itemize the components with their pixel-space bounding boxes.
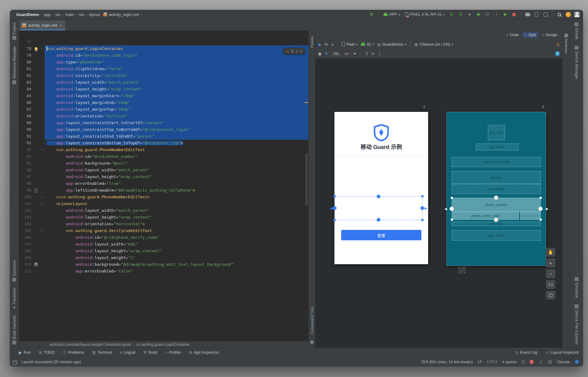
code-line[interactable]: 99 app:leftIconDrawable="@drawable/ic_au… [19,187,308,194]
device-manager-icon[interactable] [533,11,540,17]
attributes-tab[interactable]: Attributes [562,31,570,348]
apply-changes-icon[interactable]: ↻ [458,11,464,17]
theme-name[interactable]: Darcula [557,360,570,364]
apply-code-changes-icon[interactable]: ≡ [466,11,473,17]
fold-marker[interactable] [39,207,45,214]
code-line[interactable]: 106 android:id="@+id/phone_verify_code" [19,234,308,241]
clear-constraints-icon[interactable]: ↝✕ [344,51,350,56]
sidebar-item-project[interactable]: Project [12,22,17,40]
fold-marker[interactable] [39,187,45,194]
blueprint-box-error_tip[interactable]: error_tip [452,222,541,226]
code-line[interactable]: 80 app:type="phoneCode" [19,59,308,66]
pack-icon[interactable]: ⇳ [365,51,368,56]
blueprint-box-app_logo[interactable]: app_logo [488,125,505,140]
code-line[interactable]: 102 android:layout_width="match_parent" [19,207,308,214]
zoom-out-button[interactable]: − [546,269,556,278]
sidebar-item-emulator[interactable]: Emulator [575,277,579,298]
fold-marker[interactable] [39,153,45,160]
code-line[interactable]: 103 android:layout_height="wrap_content" [19,214,308,221]
toolwindow-layout-inspector[interactable]: ▭Layout Inspector [545,350,579,355]
sidebar-item-resource-manager[interactable]: Resource Manager [12,46,17,84]
fold-marker[interactable] [39,120,45,126]
toolwindow-app-inspection[interactable]: ⧉App Inspection [189,350,219,355]
code-line[interactable]: 100∧ </cn.authing.guard.PhoneNumberEditT… [19,194,308,200]
fold-marker[interactable] [39,268,45,275]
blueprint-box-password[interactable]: password [452,184,541,194]
code-editor[interactable]: 7778∨<cn.authing.guard.LoginContainer79 … [19,31,308,341]
resize-handle[interactable] [451,197,453,199]
resize-handle[interactable] [334,219,336,221]
code-line[interactable]: 109 android:layout_weight="1" [19,254,308,261]
fold-marker[interactable] [39,180,45,187]
drawable-phone-icon[interactable] [35,188,37,192]
inspection-widget[interactable]: ⚠ 1 ∧ ∨ [283,48,305,55]
build-hammer-icon[interactable]: ⚒ [368,11,375,17]
api-version-select[interactable]: 32 ▾ [361,42,374,47]
breadcrumb-item[interactable]: layout [88,12,101,17]
sdk-manager-icon[interactable] [542,11,548,17]
warning-stripe-mark[interactable] [305,102,308,103]
fold-marker[interactable] [39,66,45,72]
fold-marker[interactable]: ∨ [39,200,45,207]
debug-icon[interactable]: ✱ [475,11,481,17]
xml-breadcrumb[interactable]: androidx.constraintlayout.widget.Constra… [19,341,308,348]
constraint-anchor[interactable] [333,206,337,210]
autoconnect-icon[interactable]: ✎ [325,51,328,56]
gradle-sync-icon[interactable] [525,11,531,17]
pan-hand-button[interactable]: ✋ [546,248,556,257]
view-mode-design[interactable]: ≡Design [540,32,560,38]
fold-marker[interactable] [39,261,45,268]
sidebar-item-gradle[interactable]: Gradle [575,22,579,40]
toolwindow-logcat[interactable]: ≡Logcat [120,350,136,355]
palette-tab[interactable]: Palette [310,34,314,50]
toolwindow-run[interactable]: ▶Run [19,350,31,355]
fold-marker[interactable] [39,39,45,45]
code-line[interactable]: 92 app:layout_constraintBottom_toTopOf="… [19,140,308,147]
code-line[interactable]: 104 android:orientation="horizontal"> [19,221,308,227]
toolwindow-todo[interactable]: ≣TODO [39,350,55,355]
breadcrumb-item[interactable]: res [78,12,85,17]
toolwindow-terminal[interactable]: ▤Terminal [92,350,112,355]
toolwindow-profiler[interactable]: ◔Profiler [165,350,181,355]
run-with-coverage-icon[interactable]: ⛉ [484,11,490,17]
user-avatar[interactable] [574,11,580,17]
code-line[interactable]: 94 android:id="@+id/phone_number" [19,153,308,160]
infer-constraints-icon[interactable]: ✦ [353,51,356,56]
code-line[interactable]: 111 app:errorEnabled="false" [19,268,308,275]
code-line[interactable]: 88 android:orientation="vertical" [19,113,308,120]
toolwindow-event-log[interactable]: ◷Event Log [515,350,537,355]
fold-marker[interactable] [39,140,45,147]
blueprint-box-login_method_tab[interactable]: login_method_tab [452,157,541,167]
close-icon[interactable]: × [60,23,62,28]
component-tree-tab[interactable]: Component Tree [310,304,314,345]
fold-marker[interactable] [39,133,45,140]
fold-marker[interactable] [39,93,45,99]
surface-resize-handle[interactable] [458,267,466,273]
fold-marker[interactable] [39,173,45,180]
sad-face-icon[interactable]: ☹ [548,360,552,364]
code-line[interactable]: 82 android:visibility="invisible" [19,72,308,79]
constraint-anchor[interactable] [538,207,543,211]
toolwindow-problems[interactable]: ⓘProblems [62,350,84,355]
notification-dot[interactable] [575,360,579,364]
fold-marker[interactable]: ∧ [39,194,45,200]
caret-position[interactable]: 78:5 (661 chars, 14 line breaks) [421,360,473,364]
xml-breadcrumb-item[interactable]: androidx.constraintlayout.widget.Constra… [50,342,131,347]
orientation-icon[interactable]: ⟲ [324,42,328,47]
resize-handle[interactable] [451,219,453,221]
constraint-anchor[interactable] [377,195,380,198]
code-line[interactable]: 107 android:layout_width="0dp" [19,241,308,248]
device-select[interactable]: PIXEL 3 XL API 31 ▾ [404,12,446,17]
code-line[interactable]: 87 android:layout_marginTop="16dp" [19,106,308,113]
theme-select[interactable]: ◎ GuardDemo ▾ [377,42,406,47]
intention-lightbulb-icon[interactable] [35,47,38,50]
constraint-anchor[interactable] [494,196,498,200]
locale-select[interactable]: ⊕ Chinese (zh / CN) ▾ [414,42,453,47]
code-line[interactable]: 90 app:layout_constraintTop_toBottomOf="… [19,126,308,133]
code-line[interactable]: 96 android:layout_width="match_parent" [19,167,308,173]
render-warning-icon[interactable]: ⚠ [556,42,560,47]
fold-marker[interactable] [39,106,45,113]
encoding[interactable]: UTF-8 [487,360,497,364]
fold-marker[interactable] [39,248,45,254]
code-line[interactable]: 98 app:errorEnabled="true" [19,180,308,187]
